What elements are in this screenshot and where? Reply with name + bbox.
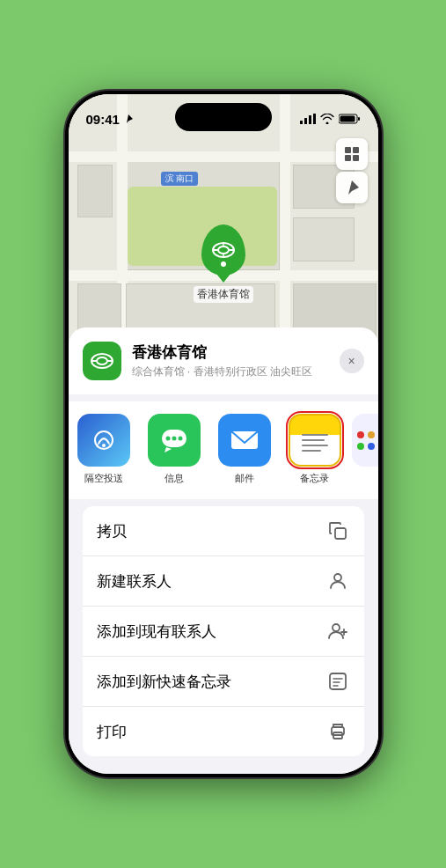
location-button[interactable] [336,172,368,203]
notes-line-1 [302,434,328,436]
messages-symbol [159,425,189,455]
svg-point-1 [218,246,229,254]
action-copy-label: 拷贝 [97,521,127,541]
status-icons [300,114,361,124]
share-app-notes[interactable]: 备忘录 [280,414,350,485]
dot-orange [368,431,375,438]
notes-line-4 [302,450,321,452]
action-add-contact[interactable]: 添加到现有联系人 [83,607,364,657]
svg-rect-10 [300,121,303,124]
add-notes-icon [325,669,350,694]
notes-line-2 [302,439,325,441]
action-print-label: 打印 [97,722,127,742]
svg-rect-7 [353,147,359,153]
location-arrow-icon [343,179,361,196]
svg-point-26 [172,437,176,441]
new-contact-icon [325,569,350,593]
messages-icon [148,414,201,467]
action-new-contact[interactable]: 新建联系人 [83,556,364,607]
messages-label: 信息 [165,472,184,485]
print-icon [325,719,350,744]
svg-marker-24 [165,447,172,452]
notes-icon [289,414,341,467]
venue-icon [83,342,121,380]
share-app-more-partial [352,414,378,467]
svg-point-25 [165,437,170,441]
signal-icon [300,114,316,124]
share-apps-row: 隔空投送 信息 [69,401,378,499]
map-type-icon [343,145,361,163]
dynamic-island [175,103,272,131]
map-type-button[interactable] [336,138,368,170]
svg-point-30 [334,574,341,581]
action-add-notes[interactable]: 添加到新快速备忘录 [83,657,364,707]
svg-rect-29 [335,528,346,539]
marker-label: 香港体育馆 [194,286,253,303]
location-status-icon [123,114,134,124]
road-label: 滨 香港体育馆 南口 [161,172,199,186]
action-new-contact-label: 新建联系人 [97,571,172,592]
wifi-icon [320,114,334,124]
action-add-notes-label: 添加到新快速备忘录 [97,672,231,692]
dot-red [357,431,364,438]
copy-icon [325,519,350,543]
dot-green [357,443,364,450]
svg-rect-15 [358,117,360,121]
marker-dot [221,261,226,267]
svg-rect-13 [313,114,316,124]
share-app-messages[interactable]: 信息 [139,414,209,485]
svg-rect-34 [330,673,346,689]
add-contact-icon [325,619,350,644]
dot-blue [368,443,375,450]
svg-rect-11 [304,118,307,124]
venue-subtitle: 综合体育馆 · 香港特别行政区 油尖旺区 [132,364,364,379]
close-button[interactable]: × [340,349,364,373]
svg-rect-9 [353,155,359,161]
location-marker: 香港体育馆 [194,224,253,303]
notes-label: 备忘录 [300,472,329,485]
action-print[interactable]: 打印 [83,707,364,756]
notes-line-3 [302,445,328,446]
venue-name: 香港体育馆 [132,342,364,363]
status-time: 09:41 [86,112,120,127]
action-add-contact-label: 添加到现有联系人 [97,622,216,642]
airdrop-symbol [90,426,118,454]
svg-rect-8 [345,155,351,161]
mail-symbol [230,428,260,452]
svg-rect-6 [345,147,351,153]
mail-icon [218,414,271,467]
svg-point-31 [333,624,340,631]
phone-inner: 滨 香港体育馆 南口 香港体 [69,94,378,774]
airdrop-icon [77,414,130,467]
svg-point-18 [97,357,107,364]
share-app-mail[interactable]: 邮件 [209,414,280,485]
svg-point-22 [102,444,106,447]
svg-point-27 [178,437,182,441]
svg-rect-16 [340,116,355,122]
battery-icon [339,114,361,124]
action-list: 拷贝 新建联系人 [83,506,364,756]
phone-frame: 滨 香港体育馆 南口 香港体 [65,91,382,777]
partial-dots [352,414,378,467]
bottom-sheet: 香港体育馆 综合体育馆 · 香港特别行政区 油尖旺区 × [69,327,378,774]
notes-lines [298,430,332,455]
venue-stadium-icon [90,349,114,373]
share-app-airdrop[interactable]: 隔空投送 [69,414,139,485]
venue-marker-icon [201,224,245,276]
map-controls [336,138,368,203]
sheet-header: 香港体育馆 综合体育馆 · 香港特别行政区 油尖旺区 × [69,327,378,394]
action-copy[interactable]: 拷贝 [83,506,364,556]
svg-rect-12 [309,115,311,124]
mail-label: 邮件 [235,472,254,485]
stadium-icon [211,238,236,262]
venue-info: 香港体育馆 综合体育馆 · 香港特别行政区 油尖旺区 [132,342,364,379]
airdrop-label: 隔空投送 [84,472,123,485]
